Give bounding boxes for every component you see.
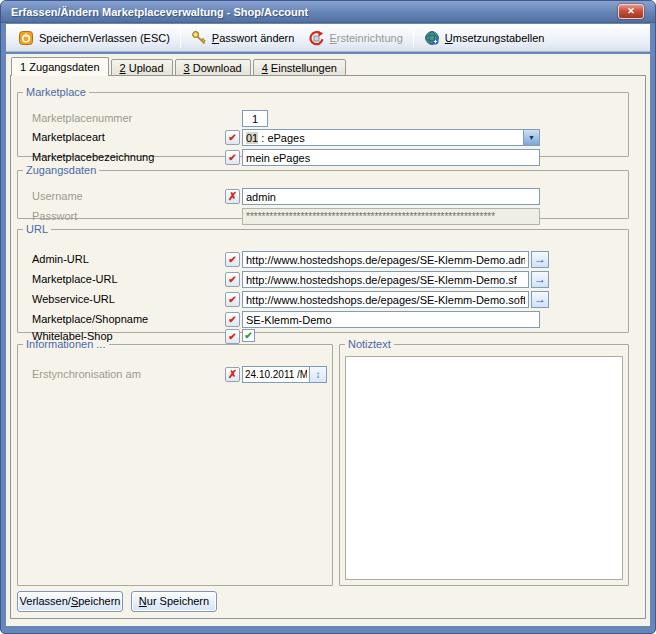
field-check-button[interactable]: [225, 252, 240, 267]
tab-strip: 1 Zugangsdaten 2 Upload 3 Download 4 Ein…: [11, 57, 348, 76]
group-notiztext: Notiztext: [339, 338, 629, 586]
field-check-button[interactable]: [225, 130, 240, 145]
exit-save-icon: [18, 30, 34, 46]
row-webservice-url: Webservice-URL →: [18, 291, 628, 308]
field-check-button[interactable]: [225, 312, 240, 327]
toolbar: SpeichernVerlassen (ESC) Passwort ändern: [6, 24, 650, 52]
row-marketplace-url: Marketplace-URL →: [18, 271, 628, 288]
save-exit-button[interactable]: SpeichernVerlassen (ESC): [11, 28, 177, 48]
tab-einstellungen[interactable]: 4 Einstellungen: [253, 59, 346, 76]
group-marketplace: Marketplace Marketplacenummer Marketplac…: [17, 86, 629, 157]
first-setup-icon: [308, 30, 324, 46]
toolbar-separator: [413, 28, 414, 48]
tab-upload[interactable]: 2 Upload: [111, 59, 173, 76]
username-label: Username: [32, 188, 83, 205]
group-zugangsdaten-legend: Zugangsdaten: [23, 164, 99, 176]
chevron-down-icon[interactable]: ▼: [523, 130, 539, 145]
field-check-button[interactable]: [225, 150, 240, 165]
open-url-icon[interactable]: →: [531, 271, 549, 288]
save-only-button[interactable]: Nur Speichern: [131, 591, 217, 612]
globe-icon: [424, 30, 440, 46]
webservice-url-label: Webservice-URL: [32, 291, 115, 308]
window-title: Erfassen/Ändern Marketplaceverwaltung - …: [11, 1, 308, 23]
field-x-button[interactable]: [225, 367, 240, 382]
row-shopname: Marketplace/Shopname: [18, 311, 628, 328]
close-button[interactable]: ✕: [618, 4, 644, 19]
toolbar-separator: [180, 28, 181, 48]
erstsync-date-input[interactable]: [242, 366, 310, 383]
group-zugangsdaten: Zugangsdaten Username Passwort: [17, 164, 629, 219]
admin-url-input[interactable]: [242, 251, 529, 268]
mapping-tables-label: Umsetzungstabellen: [445, 32, 545, 44]
shopname-label: Marketplace/Shopname: [32, 311, 148, 328]
erstsync-date-field: ↕: [242, 366, 327, 383]
marketplace-url-label: Marketplace-URL: [32, 271, 118, 288]
first-setup-label: Ersteinrichtung: [329, 32, 402, 44]
group-marketplace-legend: Marketplace: [23, 86, 89, 98]
row-marketplaceart: Marketplaceart 01 : ePages ▼: [18, 129, 628, 146]
admin-url-label: Admin-URL: [32, 251, 89, 268]
tab-zugangsdaten[interactable]: 1 Zugangsdaten: [11, 57, 109, 76]
change-password-label: Passwort ändern: [212, 32, 295, 44]
row-marketplacenummer: Marketplacenummer: [18, 110, 628, 127]
marketplacenummer-label: Marketplacenummer: [32, 110, 132, 127]
row-admin-url: Admin-URL →: [18, 251, 628, 268]
group-informationen: Informationen ... Erstynchronisation am …: [17, 338, 333, 586]
marketplaceart-label: Marketplaceart: [32, 129, 105, 146]
notiztext-textarea[interactable]: [345, 356, 623, 580]
shopname-input[interactable]: [242, 311, 540, 328]
save-and-exit-button[interactable]: Verlassen/Speichern: [17, 591, 123, 612]
date-spinner-icon[interactable]: ↕: [310, 366, 327, 383]
row-username: Username: [18, 188, 628, 205]
open-url-icon[interactable]: →: [531, 251, 549, 268]
field-check-button[interactable]: [225, 292, 240, 307]
marketplaceart-combobox[interactable]: 01 : ePages ▼: [242, 129, 540, 146]
open-url-icon[interactable]: →: [531, 291, 549, 308]
mapping-tables-button[interactable]: Umsetzungstabellen: [417, 28, 552, 48]
dialog-content: 1 Zugangsdaten 2 Upload 3 Download 4 Ein…: [6, 54, 650, 626]
title-bar[interactable]: Erfassen/Ändern Marketplaceverwaltung - …: [1, 1, 655, 23]
field-x-button[interactable]: [225, 189, 240, 204]
keys-icon: [191, 30, 207, 46]
field-check-button[interactable]: [225, 272, 240, 287]
username-input[interactable]: [242, 188, 540, 205]
change-password-button[interactable]: Passwort ändern: [184, 28, 302, 48]
webservice-url-input[interactable]: [242, 291, 529, 308]
row-erstsync: Erstynchronisation am ↕: [18, 366, 332, 383]
marketplace-url-input[interactable]: [242, 271, 529, 288]
erstsync-label: Erstynchronisation am: [32, 366, 141, 383]
marketplaceart-value: 01 : ePages: [244, 131, 522, 144]
group-informationen-legend: Informationen ...: [23, 338, 109, 350]
save-exit-label: SpeichernVerlassen (ESC): [39, 32, 170, 44]
first-setup-button: Ersteinrichtung: [301, 28, 409, 48]
dialog-window: Erfassen/Ändern Marketplaceverwaltung - …: [0, 0, 656, 634]
group-url: URL Admin-URL → Marketplace-URL → Webser…: [17, 223, 629, 333]
group-url-legend: URL: [23, 223, 51, 235]
marketplacenummer-input[interactable]: [242, 110, 268, 127]
tab-page-zugangsdaten: Marketplace Marketplacenummer Marketplac…: [10, 75, 646, 619]
tab-download[interactable]: 3 Download: [175, 59, 251, 76]
group-notiztext-legend: Notiztext: [345, 338, 394, 350]
